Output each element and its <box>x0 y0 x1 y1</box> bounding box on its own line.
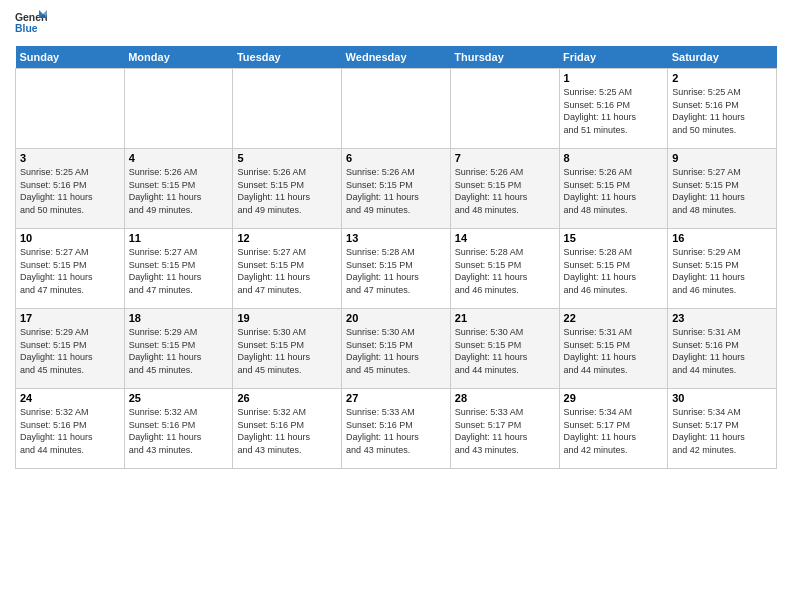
day-cell: 20Sunrise: 5:30 AM Sunset: 5:15 PM Dayli… <box>342 309 451 389</box>
weekday-header-row: SundayMondayTuesdayWednesdayThursdayFrid… <box>16 46 777 69</box>
svg-text:Blue: Blue <box>15 23 38 34</box>
day-cell: 7Sunrise: 5:26 AM Sunset: 5:15 PM Daylig… <box>450 149 559 229</box>
day-number: 28 <box>455 392 555 404</box>
day-info: Sunrise: 5:28 AM Sunset: 5:15 PM Dayligh… <box>455 246 555 296</box>
calendar-table: SundayMondayTuesdayWednesdayThursdayFrid… <box>15 46 777 469</box>
day-cell <box>342 69 451 149</box>
day-info: Sunrise: 5:27 AM Sunset: 5:15 PM Dayligh… <box>20 246 120 296</box>
day-cell: 12Sunrise: 5:27 AM Sunset: 5:15 PM Dayli… <box>233 229 342 309</box>
day-number: 15 <box>564 232 664 244</box>
weekday-header-wednesday: Wednesday <box>342 46 451 69</box>
day-info: Sunrise: 5:27 AM Sunset: 5:15 PM Dayligh… <box>129 246 229 296</box>
weekday-header-saturday: Saturday <box>668 46 777 69</box>
day-info: Sunrise: 5:28 AM Sunset: 5:15 PM Dayligh… <box>346 246 446 296</box>
weekday-header-sunday: Sunday <box>16 46 125 69</box>
week-row-2: 3Sunrise: 5:25 AM Sunset: 5:16 PM Daylig… <box>16 149 777 229</box>
day-info: Sunrise: 5:32 AM Sunset: 5:16 PM Dayligh… <box>237 406 337 456</box>
day-number: 18 <box>129 312 229 324</box>
day-cell: 11Sunrise: 5:27 AM Sunset: 5:15 PM Dayli… <box>124 229 233 309</box>
day-cell: 8Sunrise: 5:26 AM Sunset: 5:15 PM Daylig… <box>559 149 668 229</box>
day-number: 20 <box>346 312 446 324</box>
day-cell: 10Sunrise: 5:27 AM Sunset: 5:15 PM Dayli… <box>16 229 125 309</box>
calendar-page: General Blue SundayMondayTuesdayWednesda… <box>0 0 792 612</box>
day-cell: 24Sunrise: 5:32 AM Sunset: 5:16 PM Dayli… <box>16 389 125 469</box>
day-info: Sunrise: 5:29 AM Sunset: 5:15 PM Dayligh… <box>129 326 229 376</box>
day-cell: 26Sunrise: 5:32 AM Sunset: 5:16 PM Dayli… <box>233 389 342 469</box>
day-info: Sunrise: 5:34 AM Sunset: 5:17 PM Dayligh… <box>672 406 772 456</box>
day-cell: 17Sunrise: 5:29 AM Sunset: 5:15 PM Dayli… <box>16 309 125 389</box>
day-cell <box>16 69 125 149</box>
day-number: 4 <box>129 152 229 164</box>
day-cell: 27Sunrise: 5:33 AM Sunset: 5:16 PM Dayli… <box>342 389 451 469</box>
day-number: 24 <box>20 392 120 404</box>
day-number: 13 <box>346 232 446 244</box>
day-number: 17 <box>20 312 120 324</box>
week-row-5: 24Sunrise: 5:32 AM Sunset: 5:16 PM Dayli… <box>16 389 777 469</box>
day-info: Sunrise: 5:31 AM Sunset: 5:16 PM Dayligh… <box>672 326 772 376</box>
day-cell: 6Sunrise: 5:26 AM Sunset: 5:15 PM Daylig… <box>342 149 451 229</box>
day-number: 7 <box>455 152 555 164</box>
day-info: Sunrise: 5:25 AM Sunset: 5:16 PM Dayligh… <box>672 86 772 136</box>
day-cell: 9Sunrise: 5:27 AM Sunset: 5:15 PM Daylig… <box>668 149 777 229</box>
day-number: 19 <box>237 312 337 324</box>
day-info: Sunrise: 5:33 AM Sunset: 5:17 PM Dayligh… <box>455 406 555 456</box>
day-info: Sunrise: 5:29 AM Sunset: 5:15 PM Dayligh… <box>672 246 772 296</box>
week-row-4: 17Sunrise: 5:29 AM Sunset: 5:15 PM Dayli… <box>16 309 777 389</box>
day-number: 27 <box>346 392 446 404</box>
day-number: 2 <box>672 72 772 84</box>
day-info: Sunrise: 5:32 AM Sunset: 5:16 PM Dayligh… <box>20 406 120 456</box>
day-info: Sunrise: 5:28 AM Sunset: 5:15 PM Dayligh… <box>564 246 664 296</box>
day-cell: 23Sunrise: 5:31 AM Sunset: 5:16 PM Dayli… <box>668 309 777 389</box>
day-info: Sunrise: 5:27 AM Sunset: 5:15 PM Dayligh… <box>672 166 772 216</box>
day-info: Sunrise: 5:32 AM Sunset: 5:16 PM Dayligh… <box>129 406 229 456</box>
day-cell <box>450 69 559 149</box>
day-info: Sunrise: 5:26 AM Sunset: 5:15 PM Dayligh… <box>237 166 337 216</box>
day-cell: 28Sunrise: 5:33 AM Sunset: 5:17 PM Dayli… <box>450 389 559 469</box>
day-info: Sunrise: 5:25 AM Sunset: 5:16 PM Dayligh… <box>564 86 664 136</box>
day-cell: 21Sunrise: 5:30 AM Sunset: 5:15 PM Dayli… <box>450 309 559 389</box>
day-info: Sunrise: 5:26 AM Sunset: 5:15 PM Dayligh… <box>346 166 446 216</box>
day-number: 12 <box>237 232 337 244</box>
day-cell: 30Sunrise: 5:34 AM Sunset: 5:17 PM Dayli… <box>668 389 777 469</box>
day-info: Sunrise: 5:27 AM Sunset: 5:15 PM Dayligh… <box>237 246 337 296</box>
day-info: Sunrise: 5:26 AM Sunset: 5:15 PM Dayligh… <box>129 166 229 216</box>
day-cell: 16Sunrise: 5:29 AM Sunset: 5:15 PM Dayli… <box>668 229 777 309</box>
day-info: Sunrise: 5:26 AM Sunset: 5:15 PM Dayligh… <box>455 166 555 216</box>
day-cell <box>233 69 342 149</box>
day-number: 25 <box>129 392 229 404</box>
day-cell: 4Sunrise: 5:26 AM Sunset: 5:15 PM Daylig… <box>124 149 233 229</box>
day-cell: 1Sunrise: 5:25 AM Sunset: 5:16 PM Daylig… <box>559 69 668 149</box>
day-number: 1 <box>564 72 664 84</box>
day-cell: 18Sunrise: 5:29 AM Sunset: 5:15 PM Dayli… <box>124 309 233 389</box>
day-number: 5 <box>237 152 337 164</box>
day-number: 10 <box>20 232 120 244</box>
day-cell: 15Sunrise: 5:28 AM Sunset: 5:15 PM Dayli… <box>559 229 668 309</box>
day-cell: 14Sunrise: 5:28 AM Sunset: 5:15 PM Dayli… <box>450 229 559 309</box>
day-cell: 25Sunrise: 5:32 AM Sunset: 5:16 PM Dayli… <box>124 389 233 469</box>
day-info: Sunrise: 5:30 AM Sunset: 5:15 PM Dayligh… <box>346 326 446 376</box>
day-info: Sunrise: 5:26 AM Sunset: 5:15 PM Dayligh… <box>564 166 664 216</box>
day-cell: 29Sunrise: 5:34 AM Sunset: 5:17 PM Dayli… <box>559 389 668 469</box>
day-number: 3 <box>20 152 120 164</box>
day-cell: 3Sunrise: 5:25 AM Sunset: 5:16 PM Daylig… <box>16 149 125 229</box>
day-number: 14 <box>455 232 555 244</box>
day-number: 16 <box>672 232 772 244</box>
weekday-header-friday: Friday <box>559 46 668 69</box>
day-cell: 13Sunrise: 5:28 AM Sunset: 5:15 PM Dayli… <box>342 229 451 309</box>
day-number: 6 <box>346 152 446 164</box>
day-number: 29 <box>564 392 664 404</box>
week-row-1: 1Sunrise: 5:25 AM Sunset: 5:16 PM Daylig… <box>16 69 777 149</box>
day-cell <box>124 69 233 149</box>
logo-icon: General Blue <box>15 10 47 38</box>
weekday-header-monday: Monday <box>124 46 233 69</box>
week-row-3: 10Sunrise: 5:27 AM Sunset: 5:15 PM Dayli… <box>16 229 777 309</box>
day-number: 21 <box>455 312 555 324</box>
day-number: 11 <box>129 232 229 244</box>
day-number: 23 <box>672 312 772 324</box>
day-info: Sunrise: 5:25 AM Sunset: 5:16 PM Dayligh… <box>20 166 120 216</box>
day-info: Sunrise: 5:30 AM Sunset: 5:15 PM Dayligh… <box>237 326 337 376</box>
logo: General Blue <box>15 10 47 38</box>
day-info: Sunrise: 5:34 AM Sunset: 5:17 PM Dayligh… <box>564 406 664 456</box>
day-number: 9 <box>672 152 772 164</box>
day-number: 22 <box>564 312 664 324</box>
